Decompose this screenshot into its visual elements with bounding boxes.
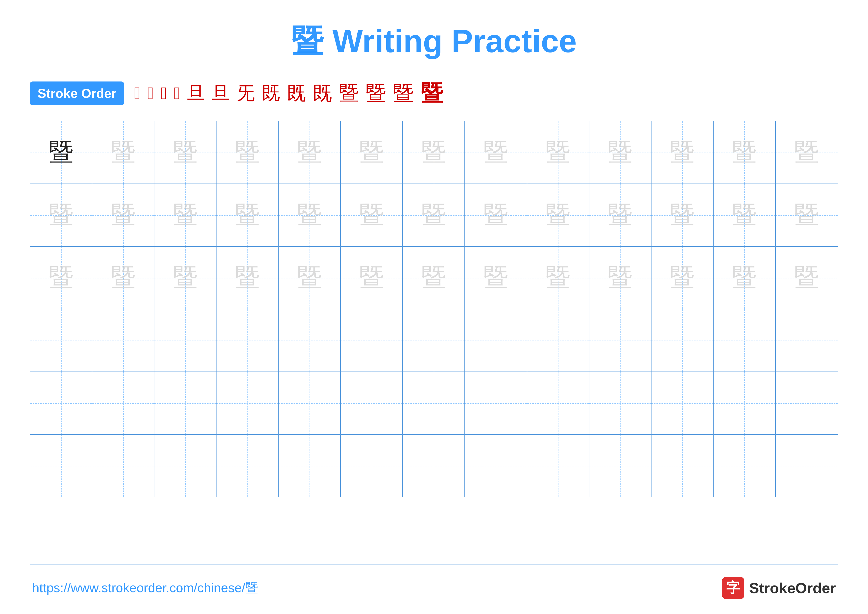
grid-cell-6-11[interactable] [651, 435, 714, 497]
grid-cell-6-10[interactable] [589, 435, 651, 497]
grid-cell-4-11[interactable] [651, 309, 714, 372]
grid-cell-4-3[interactable] [154, 309, 217, 372]
grid-cell-6-1[interactable] [30, 435, 92, 497]
grid-cell-3-7[interactable]: 暨 [403, 247, 465, 309]
grid-cell-3-13[interactable]: 暨 [776, 247, 838, 309]
grid-cell-2-13[interactable]: 暨 [776, 184, 838, 246]
char-light: 暨 [359, 261, 384, 294]
grid-cell-5-2[interactable] [92, 372, 154, 434]
char-light: 暨 [670, 261, 694, 294]
stroke-8: 既 [262, 81, 280, 106]
grid-cell-1-10[interactable]: 暨 [589, 121, 651, 183]
grid-cell-5-7[interactable] [403, 372, 465, 434]
grid-cell-2-5[interactable]: 暨 [279, 184, 341, 246]
grid-cell-1-4[interactable]: 暨 [217, 121, 279, 183]
grid-cell-5-3[interactable] [154, 372, 217, 434]
char-light: 暨 [111, 136, 136, 169]
grid-cell-4-9[interactable] [527, 309, 589, 372]
char-light: 暨 [484, 261, 508, 294]
grid-cell-6-5[interactable] [279, 435, 341, 497]
char-light: 暨 [173, 136, 198, 169]
grid-cell-1-9[interactable]: 暨 [527, 121, 589, 183]
char-light: 暨 [670, 136, 694, 169]
grid-cell-1-5[interactable]: 暨 [279, 121, 341, 183]
grid-cell-2-2[interactable]: 暨 [92, 184, 154, 246]
grid-cell-4-5[interactable] [279, 309, 341, 372]
grid-cell-5-1[interactable] [30, 372, 92, 434]
grid-cell-1-8[interactable]: 暨 [465, 121, 527, 183]
grid-cell-6-8[interactable] [465, 435, 527, 497]
char-light: 暨 [670, 198, 694, 232]
grid-cell-1-13[interactable]: 暨 [776, 121, 838, 183]
grid-cell-4-7[interactable] [403, 309, 465, 372]
grid-cell-3-10[interactable]: 暨 [589, 247, 651, 309]
grid-cell-6-9[interactable] [527, 435, 589, 497]
grid-cell-5-11[interactable] [651, 372, 714, 434]
practice-grid: 暨 暨 暨 暨 暨 暨 暨 暨 暨 暨 暨 暨 暨 暨 暨 暨 暨 暨 暨 暨 … [30, 121, 838, 564]
grid-cell-4-13[interactable] [776, 309, 838, 372]
footer-url[interactable]: https://www.strokeorder.com/chinese/暨 [32, 579, 258, 597]
grid-cell-1-7[interactable]: 暨 [403, 121, 465, 183]
grid-cell-6-13[interactable] [776, 435, 838, 497]
grid-cell-4-1[interactable] [30, 309, 92, 372]
grid-cell-6-7[interactable] [403, 435, 465, 497]
grid-cell-1-6[interactable]: 暨 [341, 121, 403, 183]
grid-cell-1-11[interactable]: 暨 [651, 121, 714, 183]
grid-cell-4-2[interactable] [92, 309, 154, 372]
grid-cell-4-4[interactable] [217, 309, 279, 372]
grid-cell-2-3[interactable]: 暨 [154, 184, 217, 246]
stroke-14: 暨 [421, 78, 443, 109]
char-light: 暨 [546, 198, 570, 232]
grid-cell-6-6[interactable] [341, 435, 403, 497]
grid-cell-2-7[interactable]: 暨 [403, 184, 465, 246]
grid-cell-6-4[interactable] [217, 435, 279, 497]
grid-cell-2-4[interactable]: 暨 [217, 184, 279, 246]
grid-cell-5-4[interactable] [217, 372, 279, 434]
grid-cell-2-10[interactable]: 暨 [589, 184, 651, 246]
stroke-12: 暨 [366, 80, 386, 107]
grid-cell-2-8[interactable]: 暨 [465, 184, 527, 246]
grid-cell-5-6[interactable] [341, 372, 403, 434]
grid-row-4 [30, 309, 838, 372]
grid-cell-3-11[interactable]: 暨 [651, 247, 714, 309]
grid-cell-3-1[interactable]: 暨 [30, 247, 92, 309]
grid-cell-6-12[interactable] [714, 435, 776, 497]
grid-cell-1-12[interactable]: 暨 [714, 121, 776, 183]
grid-cell-1-1[interactable]: 暨 [30, 121, 92, 183]
grid-cell-5-9[interactable] [527, 372, 589, 434]
grid-cell-3-9[interactable]: 暨 [527, 247, 589, 309]
grid-cell-4-12[interactable] [714, 309, 776, 372]
char-light: 暨 [235, 136, 260, 169]
grid-cell-5-13[interactable] [776, 372, 838, 434]
grid-cell-3-2[interactable]: 暨 [92, 247, 154, 309]
grid-cell-4-8[interactable] [465, 309, 527, 372]
grid-row-3: 暨 暨 暨 暨 暨 暨 暨 暨 暨 暨 暨 暨 暨 [30, 247, 838, 309]
grid-cell-6-2[interactable] [92, 435, 154, 497]
stroke-order-chars: 𠃋 𠃍 𠄌 𠃊 旦 旦 旡 既 既 既 暨 暨 暨 暨 [134, 78, 443, 109]
grid-cell-2-11[interactable]: 暨 [651, 184, 714, 246]
grid-cell-6-3[interactable] [154, 435, 217, 497]
grid-cell-5-8[interactable] [465, 372, 527, 434]
grid-cell-2-6[interactable]: 暨 [341, 184, 403, 246]
footer-logo: 字 StrokeOrder [722, 577, 836, 599]
grid-cell-3-4[interactable]: 暨 [217, 247, 279, 309]
grid-cell-1-3[interactable]: 暨 [154, 121, 217, 183]
grid-cell-4-10[interactable] [589, 309, 651, 372]
grid-cell-5-5[interactable] [279, 372, 341, 434]
grid-cell-3-3[interactable]: 暨 [154, 247, 217, 309]
grid-cell-5-12[interactable] [714, 372, 776, 434]
grid-cell-4-6[interactable] [341, 309, 403, 372]
grid-cell-3-5[interactable]: 暨 [279, 247, 341, 309]
grid-cell-3-6[interactable]: 暨 [341, 247, 403, 309]
grid-cell-2-12[interactable]: 暨 [714, 184, 776, 246]
page: 暨 Writing Practice Stroke Order 𠃋 𠃍 𠄌 𠃊 … [0, 0, 868, 614]
stroke-4: 𠃊 [174, 84, 180, 103]
grid-cell-3-12[interactable]: 暨 [714, 247, 776, 309]
grid-cell-5-10[interactable] [589, 372, 651, 434]
char-light: 暨 [794, 136, 819, 169]
grid-cell-1-2[interactable]: 暨 [92, 121, 154, 183]
grid-cell-2-1[interactable]: 暨 [30, 184, 92, 246]
title-chinese: 暨 [291, 23, 323, 59]
grid-cell-2-9[interactable]: 暨 [527, 184, 589, 246]
grid-cell-3-8[interactable]: 暨 [465, 247, 527, 309]
